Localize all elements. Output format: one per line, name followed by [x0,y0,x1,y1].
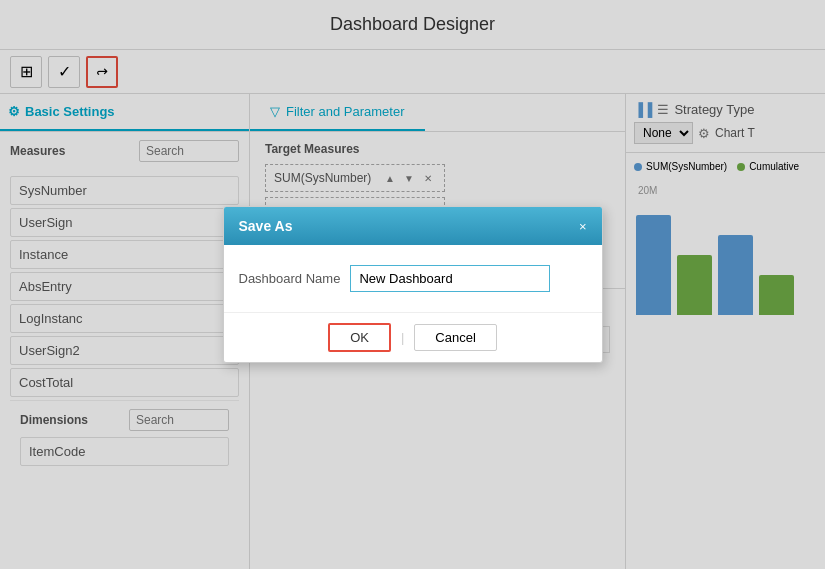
modal-body: Dashboard Name [224,245,602,312]
cancel-button[interactable]: Cancel [414,324,496,351]
dashboard-name-label: Dashboard Name [239,271,341,286]
modal-title: Save As [239,218,293,234]
save-as-modal: Save As × Dashboard Name OK | Cancel [223,206,603,363]
modal-divider: | [401,330,404,345]
dashboard-name-field: Dashboard Name [239,265,587,292]
ok-button[interactable]: OK [328,323,391,352]
modal-close-button[interactable]: × [579,217,587,235]
modal-overlay: Save As × Dashboard Name OK | Cancel [0,0,825,569]
modal-footer: OK | Cancel [224,312,602,362]
dashboard-name-input[interactable] [350,265,550,292]
close-icon: × [579,219,587,234]
modal-header: Save As × [224,207,602,245]
